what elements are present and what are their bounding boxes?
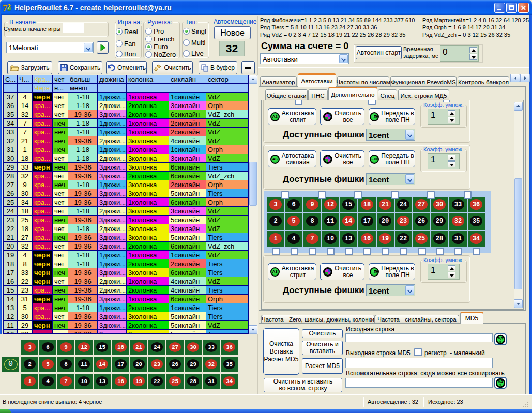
svg-text:5: 5	[499, 339, 501, 343]
svg-text:5: 5	[499, 383, 501, 386]
